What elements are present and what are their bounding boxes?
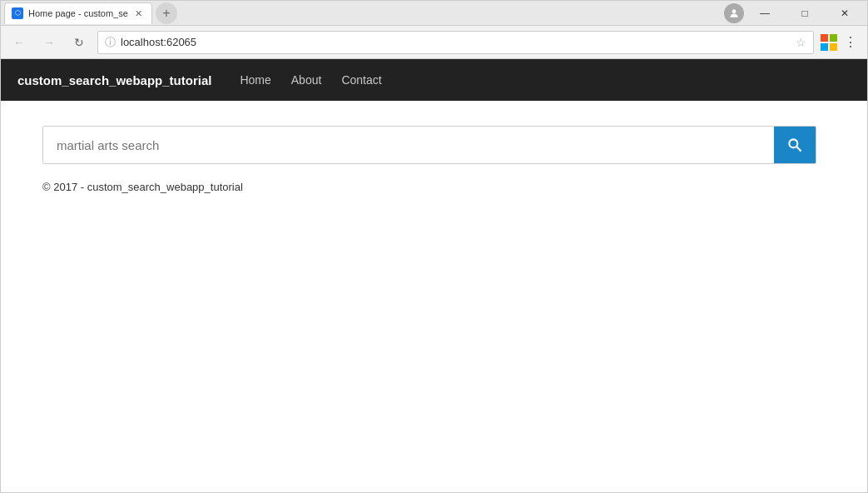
address-bar: ← → ↻ ⓘ localhost:62065 ☆ ⋮ (1, 26, 867, 59)
refresh-button[interactable]: ↻ (67, 31, 91, 54)
browser-menu-button[interactable]: ⋮ (841, 31, 861, 53)
svg-point-1 (789, 139, 797, 147)
page-content: © 2017 - custom_search_webapp_tutorial (1, 101, 867, 492)
address-input-wrapper[interactable]: ⓘ localhost:62065 ☆ (97, 31, 814, 54)
footer-text: © 2017 - custom_search_webapp_tutorial (42, 181, 243, 193)
tab-favicon: ⬡ (12, 7, 23, 19)
user-account-button[interactable] (724, 3, 744, 23)
search-button[interactable] (774, 127, 816, 163)
svg-line-2 (796, 147, 801, 151)
tab-title: Home page - custom_se (28, 8, 128, 18)
windows-start-icon[interactable] (821, 34, 837, 51)
maximize-button[interactable]: □ (786, 1, 824, 26)
title-bar-left: ⬡ Home page - custom_se ✕ + (4, 2, 177, 24)
address-right-icons: ⋮ (821, 31, 861, 53)
nav-link-contact[interactable]: Contact (341, 73, 381, 87)
back-button[interactable]: ← (7, 31, 31, 54)
bookmark-icon[interactable]: ☆ (796, 36, 806, 49)
nav-link-about[interactable]: About (291, 73, 322, 87)
minimize-button[interactable]: — (746, 1, 784, 26)
site-navbar: custom_search_webapp_tutorial Home About… (1, 59, 867, 101)
svg-point-0 (732, 9, 737, 13)
nav-link-home[interactable]: Home (240, 73, 270, 87)
site-brand: custom_search_webapp_tutorial (17, 73, 211, 87)
address-text: localhost:62065 (121, 36, 791, 48)
info-icon: ⓘ (105, 35, 116, 50)
title-bar-controls: — □ ✕ (724, 1, 864, 26)
new-tab-button[interactable]: + (156, 2, 177, 24)
browser-tab[interactable]: ⬡ Home page - custom_se ✕ (4, 2, 152, 24)
close-button[interactable]: ✕ (826, 1, 864, 26)
title-bar: ⬡ Home page - custom_se ✕ + — □ ✕ (1, 1, 867, 26)
browser-window: ⬡ Home page - custom_se ✕ + — □ ✕ ← → ↻ … (0, 0, 868, 493)
page-footer: © 2017 - custom_search_webapp_tutorial (42, 181, 826, 193)
forward-button[interactable]: → (37, 31, 61, 54)
search-icon (786, 137, 803, 153)
search-container (42, 126, 816, 164)
search-input[interactable] (43, 127, 774, 163)
tab-close-button[interactable]: ✕ (133, 7, 145, 19)
